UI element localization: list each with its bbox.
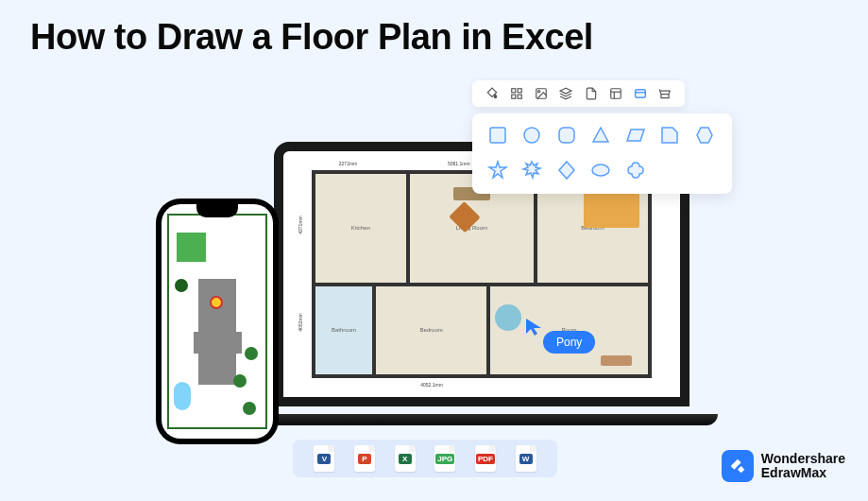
shape-card[interactable]	[657, 123, 682, 147]
svg-point-14	[592, 164, 609, 176]
svg-rect-2	[512, 95, 516, 98]
export-icon[interactable]	[633, 86, 648, 101]
dim-left1: 4371mm	[298, 216, 303, 233]
svg-rect-11	[490, 128, 505, 143]
garden-path2[interactable]	[194, 332, 242, 353]
shape-ellipse[interactable]	[588, 158, 613, 182]
tree-icon[interactable]	[245, 347, 258, 360]
format-pdf[interactable]: PDF	[473, 444, 498, 473]
room-bedroom2[interactable]: Bedroom	[374, 285, 488, 376]
room-label: Bathroom	[332, 327, 356, 333]
cursor-icon	[524, 317, 545, 337]
template-icon[interactable]	[608, 86, 623, 101]
dim-bottom: 4052.1mm	[420, 382, 443, 388]
format-jpg[interactable]: JPG	[433, 444, 457, 473]
shape-star[interactable]	[485, 158, 510, 182]
dim-left2: 4052mm	[298, 314, 303, 332]
garden-umbrella[interactable]	[210, 296, 223, 309]
collaborator-tag: Pony	[543, 331, 595, 354]
laptop-base	[246, 414, 718, 425]
phone-screen	[162, 204, 273, 439]
shape-burst[interactable]	[519, 158, 544, 182]
dim-top1: 2272mm	[339, 161, 357, 166]
shape-diamond[interactable]	[554, 158, 579, 182]
furniture-desk[interactable]	[601, 355, 632, 366]
tree-icon[interactable]	[175, 279, 188, 292]
shape-circle[interactable]	[519, 123, 544, 147]
svg-rect-0	[512, 89, 516, 93]
svg-rect-3	[518, 95, 521, 98]
export-formats: VPXJPGPDFW	[293, 440, 557, 477]
shop-icon[interactable]	[657, 86, 672, 101]
grid-icon[interactable]	[509, 86, 524, 101]
room-bathroom[interactable]: Bathroom	[314, 285, 374, 376]
format-v[interactable]: V	[312, 444, 336, 473]
fill-icon[interactable]	[485, 86, 500, 101]
shape-rounded[interactable]	[554, 123, 579, 147]
format-w[interactable]: W	[514, 444, 538, 473]
brand-line2: EdrawMax	[761, 466, 845, 480]
shape-hexagon[interactable]	[692, 123, 717, 147]
dim-top2: 5081.1mm	[448, 161, 470, 166]
shape-cloud[interactable]	[623, 158, 648, 182]
floorplan-canvas[interactable]: 2272mm 5081.1mm 3997.5mm 4371mm 4052mm 4…	[312, 170, 652, 378]
shape-triangle[interactable]	[588, 123, 613, 147]
floorplan-outline: Kitchen Living Room Bedroom Bathroom Bed…	[312, 170, 652, 378]
image-icon[interactable]	[534, 86, 549, 101]
shape-square[interactable]	[485, 123, 510, 147]
page-icon[interactable]	[584, 86, 599, 101]
room-label: Bedroom	[419, 327, 442, 333]
format-p[interactable]: P	[352, 444, 377, 473]
garden-bed[interactable]	[177, 233, 206, 262]
logo-mark-icon	[722, 450, 754, 482]
layers-icon[interactable]	[558, 86, 573, 101]
phone-mockup	[156, 199, 279, 444]
room-label: Kitchen	[351, 225, 370, 231]
format-x[interactable]: X	[393, 444, 417, 473]
svg-rect-6	[610, 89, 621, 99]
floating-toolbar	[472, 80, 685, 107]
tree-icon[interactable]	[243, 402, 256, 415]
svg-rect-9	[636, 90, 646, 97]
garden-plan[interactable]	[167, 214, 267, 429]
shape-parallelogram[interactable]	[623, 123, 648, 147]
svg-point-5	[538, 91, 540, 93]
shapes-panel	[472, 113, 732, 194]
page-title: How to Draw a Floor Plan in Excel	[30, 17, 593, 58]
svg-rect-13	[559, 128, 574, 143]
phone-notch	[196, 204, 238, 217]
brand-logo: Wondershare EdrawMax	[722, 450, 845, 482]
room-kitchen[interactable]: Kitchen	[314, 172, 408, 285]
svg-rect-1	[518, 89, 521, 93]
svg-point-12	[524, 128, 539, 143]
brand-line1: Wondershare	[761, 452, 845, 466]
tree-icon[interactable]	[233, 374, 247, 388]
logo-text: Wondershare EdrawMax	[761, 452, 845, 479]
garden-pool[interactable]	[174, 382, 191, 410]
